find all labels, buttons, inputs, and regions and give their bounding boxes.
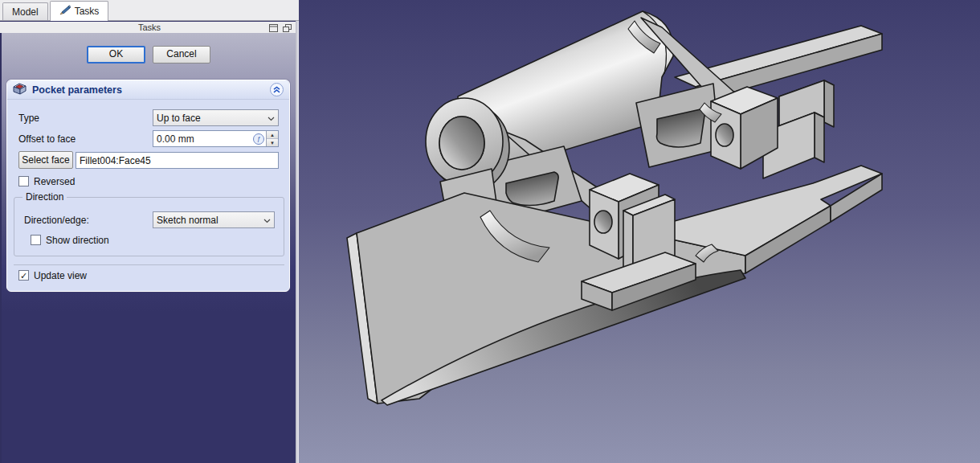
spin-up-button[interactable]: ▲ xyxy=(267,131,278,139)
update-view-checkbox[interactable]: ✓ xyxy=(18,270,29,281)
pocket-icon xyxy=(13,83,27,97)
select-face-button[interactable]: Select face xyxy=(18,151,73,169)
chevron-down-icon xyxy=(267,113,275,124)
offset-to-face-label: Offset to face xyxy=(18,133,76,145)
tab-model-label: Model xyxy=(12,6,39,18)
direction-group-legend: Direction xyxy=(22,191,67,203)
show-direction-checkbox[interactable] xyxy=(31,235,41,245)
type-combobox-value: Up to face xyxy=(157,113,201,124)
separator-line xyxy=(14,264,284,265)
reversed-label: Reversed xyxy=(34,176,75,187)
direction-groupbox: Direction Direction/edge: Sketch normal … xyxy=(14,197,284,256)
spin-buttons: ▲ ▼ xyxy=(266,131,278,146)
tab-tasks-label: Tasks xyxy=(75,6,100,17)
freecad-window: Model Tasks Tasks xyxy=(0,0,980,463)
show-direction-label: Show direction xyxy=(46,235,109,246)
chevron-down-icon xyxy=(263,215,271,226)
cancel-button[interactable]: Cancel xyxy=(153,46,210,64)
dock-title-text: Tasks xyxy=(138,23,161,32)
collapse-icon[interactable] xyxy=(270,83,284,96)
pocket-parameters-dialog: Pocket parameters Type Up to face xyxy=(6,80,290,292)
update-view-label: Update view xyxy=(34,270,87,281)
offset-value: 0.00 mm xyxy=(157,133,253,145)
face-reference-value: Fillet004:Face45 xyxy=(80,155,151,166)
offset-spinbox[interactable]: 0.00 mm ƒ ▲ ▼ xyxy=(153,130,279,147)
reversed-checkbox[interactable] xyxy=(18,176,29,186)
3d-viewport[interactable] xyxy=(299,0,980,463)
direction-edge-combobox[interactable]: Sketch normal xyxy=(153,211,275,228)
float-window-icon[interactable] xyxy=(282,23,292,32)
type-label: Type xyxy=(18,113,39,124)
pocket-parameters-header[interactable]: Pocket parameters xyxy=(7,80,289,100)
spin-down-button[interactable]: ▼ xyxy=(267,139,278,146)
ok-button[interactable]: OK xyxy=(87,46,145,64)
face-reference-field[interactable]: Fillet004:Face45 xyxy=(76,152,279,169)
pencil-icon xyxy=(59,5,71,18)
direction-edge-label: Direction/edge: xyxy=(24,215,89,226)
type-combobox[interactable]: Up to face xyxy=(153,109,279,126)
cad-model-illustration xyxy=(299,0,980,463)
dock-title-bar: Tasks xyxy=(0,22,299,33)
tab-model[interactable]: Model xyxy=(2,2,48,20)
expression-icon[interactable]: ƒ xyxy=(253,133,264,145)
pocket-parameters-title: Pocket parameters xyxy=(32,84,122,96)
combo-view-panel: Model Tasks Tasks xyxy=(0,0,299,463)
tab-tasks[interactable]: Tasks xyxy=(50,1,109,21)
direction-edge-value: Sketch normal xyxy=(157,215,218,226)
combo-view-tabbar: Model Tasks xyxy=(0,0,299,21)
dock-window-icon[interactable] xyxy=(268,23,278,32)
tasks-panel: OK Cancel Pocket parameters xyxy=(0,33,296,463)
